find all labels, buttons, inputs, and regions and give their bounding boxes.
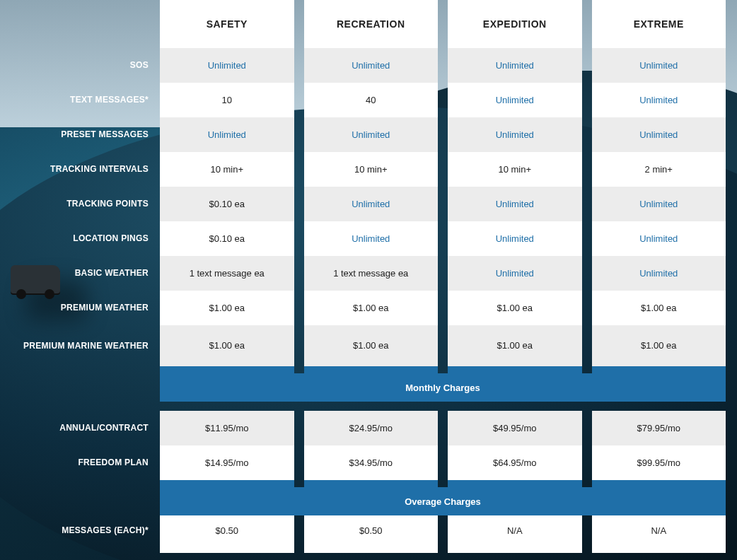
cell: Unlimited bbox=[448, 256, 582, 291]
plan-header: EXPEDITION bbox=[448, 0, 582, 48]
cell: $1.00 ea bbox=[592, 325, 726, 366]
cell: $11.95/mo bbox=[160, 411, 294, 445]
cell: $0.10 ea bbox=[160, 221, 294, 256]
cell: 2 min+ bbox=[592, 152, 726, 187]
row-label: SOS bbox=[0, 48, 160, 83]
row-label: PREMIUM WEATHER bbox=[0, 291, 160, 325]
row-label: FREEDOM PLAN bbox=[0, 445, 160, 480]
row-label: PRESET MESSAGES bbox=[0, 117, 160, 152]
plan-column-expedition: EXPEDITION Unlimited Unlimited Unlimited… bbox=[448, 0, 582, 553]
cell: 10 min+ bbox=[448, 152, 582, 187]
cell: $0.10 ea bbox=[160, 187, 294, 221]
cell: Unlimited bbox=[304, 187, 439, 221]
cell: Unlimited bbox=[592, 48, 726, 83]
row-label: TEXT MESSAGES* bbox=[0, 83, 160, 117]
cell: $14.95/mo bbox=[160, 445, 294, 480]
cell: Unlimited bbox=[160, 117, 294, 152]
cell: $1.00 ea bbox=[448, 325, 582, 366]
cell: Unlimited bbox=[304, 117, 439, 152]
cell: $24.95/mo bbox=[304, 411, 439, 445]
row-label: PREMIUM MARINE WEATHER bbox=[0, 325, 160, 366]
cell: $64.95/mo bbox=[448, 445, 582, 480]
cell: Unlimited bbox=[448, 48, 582, 83]
section-bar-monthly: Monthly Charges bbox=[160, 373, 726, 402]
plan-header: EXTREME bbox=[592, 0, 726, 48]
cell: Unlimited bbox=[592, 221, 726, 256]
row-label: ANNUAL/CONTRACT bbox=[0, 411, 160, 445]
cell: $1.00 ea bbox=[448, 291, 582, 325]
row-labels-column: SOS TEXT MESSAGES* PRESET MESSAGES TRACK… bbox=[0, 0, 160, 553]
cell: Unlimited bbox=[448, 221, 582, 256]
cell: 1 text message ea bbox=[160, 256, 294, 291]
cell: Unlimited bbox=[304, 221, 439, 256]
section-spacer bbox=[0, 480, 160, 508]
row-label: LOCATION PINGS bbox=[0, 221, 160, 256]
section-spacer bbox=[0, 366, 160, 395]
cell: 10 bbox=[160, 83, 294, 117]
plans-row: SAFETY Unlimited 10 Unlimited 10 min+ $0… bbox=[160, 0, 737, 553]
cell: $1.00 ea bbox=[592, 291, 726, 325]
cell: 40 bbox=[304, 83, 439, 117]
cell: Unlimited bbox=[592, 187, 726, 221]
cell: $1.00 ea bbox=[160, 325, 294, 366]
cell: Unlimited bbox=[304, 48, 439, 83]
plan-header: RECREATION bbox=[304, 0, 439, 48]
row-label: MESSAGES (EACH)* bbox=[0, 508, 160, 553]
section-bar-overage: Overage Charges bbox=[160, 487, 726, 515]
row-label: TRACKING POINTS bbox=[0, 187, 160, 221]
plan-column-recreation: RECREATION Unlimited 40 Unlimited 10 min… bbox=[304, 0, 439, 553]
labels-header-spacer bbox=[0, 0, 160, 48]
cell: 10 min+ bbox=[304, 152, 439, 187]
cell: $79.95/mo bbox=[592, 411, 726, 445]
cell: $34.95/mo bbox=[304, 445, 439, 480]
cell: $99.95/mo bbox=[592, 445, 726, 480]
row-label: BASIC WEATHER bbox=[0, 256, 160, 291]
cell: 10 min+ bbox=[160, 152, 294, 187]
plan-column-safety: SAFETY Unlimited 10 Unlimited 10 min+ $0… bbox=[160, 0, 294, 553]
cell: Unlimited bbox=[160, 48, 294, 83]
plan-header: SAFETY bbox=[160, 0, 294, 48]
row-label: TRACKING INTERVALS bbox=[0, 152, 160, 187]
pricing-table: SOS TEXT MESSAGES* PRESET MESSAGES TRACK… bbox=[0, 0, 737, 553]
cell: 1 text message ea bbox=[304, 256, 439, 291]
cell: $1.00 ea bbox=[304, 325, 439, 366]
cell: Unlimited bbox=[592, 117, 726, 152]
cell: $1.00 ea bbox=[160, 291, 294, 325]
cell: Unlimited bbox=[448, 187, 582, 221]
plan-column-extreme: EXTREME Unlimited Unlimited Unlimited 2 … bbox=[592, 0, 726, 553]
cell: Unlimited bbox=[448, 117, 582, 152]
cell: $49.95/mo bbox=[448, 411, 582, 445]
cell: Unlimited bbox=[592, 83, 726, 117]
cell: Unlimited bbox=[448, 83, 582, 117]
cell: Unlimited bbox=[592, 256, 726, 291]
cell: $1.00 ea bbox=[304, 291, 439, 325]
